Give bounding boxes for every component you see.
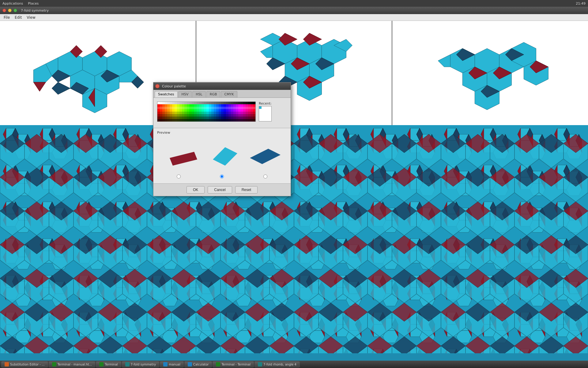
colour-cell[interactable] [219,112,221,114]
colour-cell[interactable] [251,109,253,112]
colour-cell[interactable] [184,109,187,112]
colour-cell[interactable] [167,112,170,114]
colour-cell[interactable] [236,104,238,107]
colour-cell[interactable] [221,102,224,104]
colour-cell[interactable] [216,114,219,117]
colour-cell[interactable] [194,107,197,109]
colour-cell[interactable] [233,107,236,109]
taskbar-item-6[interactable]: Terminal - Terminal [213,361,254,367]
colour-cell[interactable] [177,119,179,121]
colour-cell[interactable] [167,102,170,104]
colour-cell[interactable] [162,117,165,119]
colour-cell[interactable] [204,112,206,114]
colour-cell[interactable] [228,119,231,121]
colour-cell[interactable] [246,102,248,104]
colour-cell[interactable] [170,117,172,119]
colour-cell[interactable] [204,114,206,117]
colour-cell[interactable] [209,119,211,121]
colour-cell[interactable] [157,112,160,114]
colour-cell[interactable] [221,112,224,114]
colour-cell[interactable] [194,102,197,104]
colour-cell[interactable] [199,104,202,107]
colour-cell[interactable] [241,114,243,117]
colour-cell[interactable] [224,102,226,104]
preview-radio-2[interactable] [220,174,224,178]
colour-cell[interactable] [184,112,187,114]
cancel-button[interactable]: Cancel [208,186,232,194]
colour-cell[interactable] [226,104,228,107]
colour-cell[interactable] [246,112,248,114]
colour-cell[interactable] [192,117,194,119]
colour-cell[interactable] [179,102,182,104]
colour-cell[interactable] [219,119,221,121]
colour-cell[interactable] [172,107,175,109]
colour-cell[interactable] [236,102,238,104]
colour-cell[interactable] [197,102,199,104]
colour-cell[interactable] [206,107,209,109]
colour-cell[interactable] [172,112,175,114]
colour-cell[interactable] [204,117,206,119]
colour-cell[interactable] [209,107,211,109]
colour-cell[interactable] [170,119,172,121]
colour-cell[interactable] [219,114,221,117]
colour-cell[interactable] [184,114,187,117]
colour-cell[interactable] [194,117,197,119]
colour-cell[interactable] [175,102,177,104]
colour-cell[interactable] [214,107,216,109]
colour-cell[interactable] [197,109,199,112]
taskbar-item-4[interactable]: manual [160,361,183,367]
colour-cell[interactable] [233,109,236,112]
colour-cell[interactable] [197,119,199,121]
colour-cell[interactable] [248,102,251,104]
colour-cell[interactable] [209,102,211,104]
colour-cell[interactable] [160,119,162,121]
colour-cell[interactable] [211,109,214,112]
colour-cell[interactable] [170,114,172,117]
close-button[interactable] [2,9,6,12]
colour-cell[interactable] [157,107,160,109]
colour-cell[interactable] [226,109,228,112]
colour-cell[interactable] [219,104,221,107]
colour-cell[interactable] [177,104,179,107]
colour-cell[interactable] [187,119,189,121]
colour-cell[interactable] [219,109,221,112]
colour-cell[interactable] [236,112,238,114]
colour-cell[interactable] [243,112,246,114]
colour-cell[interactable] [231,117,233,119]
colour-cell[interactable] [187,104,189,107]
maximize-button[interactable] [13,9,17,12]
colour-cell[interactable] [177,102,179,104]
recent-color-1[interactable] [259,106,262,109]
colour-cell[interactable] [160,104,162,107]
colour-cell[interactable] [175,117,177,119]
colour-cell[interactable] [241,102,243,104]
colour-cell[interactable] [233,102,236,104]
colour-cell[interactable] [211,102,214,104]
colour-cell[interactable] [184,102,187,104]
colour-cell[interactable] [162,109,165,112]
colour-cell[interactable] [179,112,182,114]
colour-cell[interactable] [221,107,224,109]
colour-cell[interactable] [187,109,189,112]
colour-cell[interactable] [211,112,214,114]
colour-cell[interactable] [253,102,255,104]
taskbar-item-3[interactable]: 7-fold symmetry [122,361,160,367]
colour-cell[interactable] [211,117,214,119]
colour-cell[interactable] [216,112,219,114]
colour-cell[interactable] [204,107,206,109]
colour-cell[interactable] [172,119,175,121]
colour-cell[interactable] [221,117,224,119]
colour-cell[interactable] [192,119,194,121]
colour-cell[interactable] [251,114,253,117]
colour-cell[interactable] [251,107,253,109]
colour-cell[interactable] [206,119,209,121]
colour-cell[interactable] [233,104,236,107]
colour-cell[interactable] [199,107,202,109]
colour-cell[interactable] [214,104,216,107]
colour-cell[interactable] [165,119,167,121]
colour-cell[interactable] [216,102,219,104]
colour-cell[interactable] [194,112,197,114]
colour-cell[interactable] [189,102,192,104]
colour-cell[interactable] [206,109,209,112]
colour-cell[interactable] [192,109,194,112]
